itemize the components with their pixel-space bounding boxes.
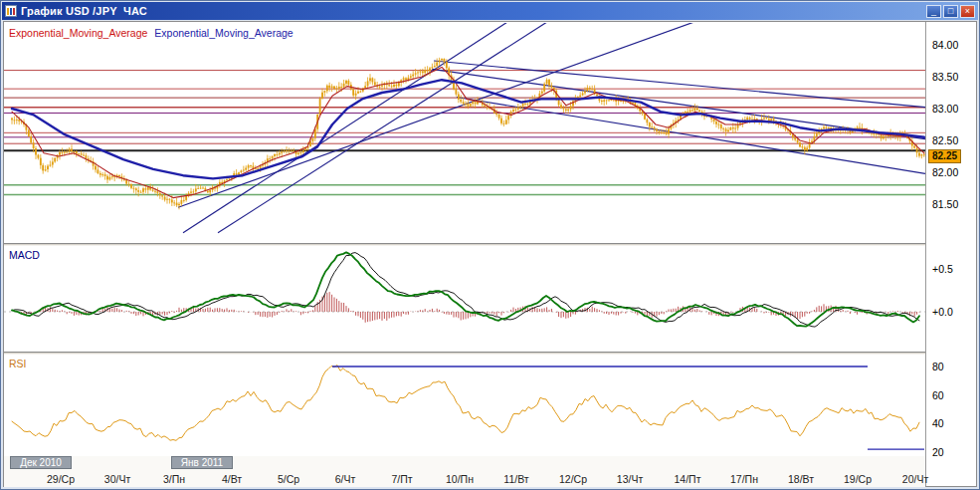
date-axis-label: 6/Чт — [335, 473, 356, 485]
date-axis-label: 29/Ср — [47, 473, 75, 485]
ema-label-red: Exponential_Moving_Average — [9, 27, 147, 39]
chart-area: Exponential_Moving_AverageExponential_Mo… — [3, 21, 977, 487]
time-axis: Дек 2010Янв 201129/Ср30/Чт3/Пн4/Вт5/Ср6/… — [4, 456, 925, 487]
titlebar[interactable]: График USD /JPY ЧАС _ □ × — [2, 2, 978, 20]
price-chart-canvas[interactable] — [4, 23, 925, 243]
rsi-axis-label: 60 — [932, 389, 944, 401]
date-axis-label: 3/Пн — [163, 473, 185, 485]
window-controls: _ □ × — [926, 5, 975, 18]
date-axis-label: 30/Чт — [104, 473, 130, 485]
date-axis-label: 20/Чт — [902, 473, 928, 485]
price-axis-label: 81.50 — [932, 198, 958, 210]
price-axis-label: 82.50 — [932, 134, 958, 146]
rsi-axis-label: 40 — [932, 417, 944, 429]
maximize-button[interactable]: □ — [943, 5, 958, 18]
close-button[interactable]: × — [960, 5, 975, 18]
macd-panel[interactable]: MACD — [4, 246, 925, 352]
indicator-labels: Exponential_Moving_AverageExponential_Mo… — [9, 27, 294, 39]
date-axis-label: 19/Ср — [844, 473, 872, 485]
price-panel[interactable]: Exponential_Moving_AverageExponential_Mo… — [4, 23, 925, 243]
macd-axis-label: +0.0 — [932, 306, 953, 318]
rsi-axis-label: 20 — [932, 446, 944, 458]
date-axis-label: 4/Вт — [222, 473, 242, 485]
current-price-tag: 82.25 — [928, 149, 961, 163]
value-axis-column: 84.0083.5083.0082.5082.2582.0081.50+0.5+… — [925, 22, 976, 486]
month-marker: Янв 2011 — [171, 456, 233, 469]
rsi-axis-label: 80 — [932, 361, 944, 372]
price-axis-label: 83.00 — [932, 103, 958, 115]
minimize-button[interactable]: _ — [926, 5, 941, 18]
date-axis-label: 12/Ср — [559, 473, 587, 485]
date-axis-label: 11/Вт — [503, 473, 528, 485]
price-axis-label: 84.00 — [932, 39, 958, 51]
date-axis-label: 17/Пн — [730, 473, 758, 485]
chart-window: График USD /JPY ЧАС _ □ × Exponential_Mo… — [0, 0, 980, 490]
date-axis-label: 18/Вт — [788, 473, 814, 485]
date-axis-label: 5/Ср — [278, 473, 299, 485]
window-title: График USD /JPY ЧАС — [21, 5, 926, 17]
date-axis-label: 14/Пт — [675, 473, 701, 485]
macd-label: MACD — [9, 249, 40, 261]
ema-label-blue: Exponential_Moving_Average — [154, 27, 293, 39]
rsi-chart-canvas[interactable] — [4, 355, 925, 456]
date-axis-label: 13/Чт — [617, 473, 643, 485]
month-marker: Дек 2010 — [10, 456, 72, 469]
rsi-panel[interactable]: RSI — [4, 355, 925, 456]
date-axis-label: 7/Пт — [391, 473, 412, 485]
rsi-label: RSI — [9, 358, 27, 369]
macd-chart-canvas[interactable] — [4, 246, 925, 352]
date-axis-label: 10/Пн — [446, 473, 474, 485]
price-axis-label: 83.50 — [932, 71, 958, 83]
price-axis-label: 82.00 — [932, 166, 958, 178]
chart-app-icon — [5, 5, 17, 17]
macd-axis-label: +0.5 — [932, 263, 953, 275]
